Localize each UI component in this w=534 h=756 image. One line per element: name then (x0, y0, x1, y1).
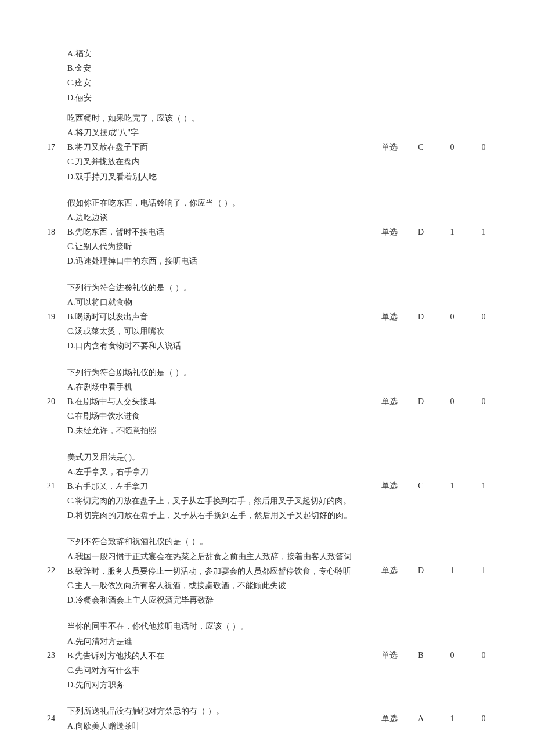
question-number: 22 (35, 566, 67, 575)
option-d: D.迅速处理掉口中的东西，接听电话 (67, 254, 362, 268)
option-c: C.主人一般依次向所有客人祝酒，或按桌敬酒，不能顾此失彼 (67, 578, 362, 593)
option-c: C.先问对方有什么事 (67, 663, 362, 678)
question-row: 21 美式刀叉用法是( )。 A.左手拿叉，右手拿刀 B.右手那叉，左手拿刀 C… (35, 450, 499, 523)
option-b: B.将刀叉放在盘子下面 (67, 140, 362, 154)
option-b: B.先吃东西，暂时不接电话 (67, 225, 362, 239)
question-meta: 单选 D 0 0 (374, 312, 499, 322)
question-row: 23 当你的同事不在，你代他接听电话时，应该（ ）。 A.先问清对方是谁 B.先… (35, 619, 499, 692)
option-c: C.让别人代为接听 (67, 239, 362, 254)
option-d: D.将切完肉的刀放在盘子上，叉子从右手换到左手，然后用叉子叉起切好的肉。 (67, 508, 362, 523)
question-type: 单选 (374, 227, 405, 237)
question-text: 美式刀叉用法是( )。 A.左手拿叉，右手拿刀 B.右手那叉，左手拿刀 C.将切… (67, 450, 374, 523)
question-answer: D (405, 228, 436, 237)
option-a: A.可以将口就食物 (67, 295, 362, 309)
option-a: A.将刀叉摆成"八"字 (67, 125, 362, 140)
question-col2: 1 (468, 566, 499, 575)
option-c: C.汤或菜太烫，可以用嘴吹 (67, 324, 362, 339)
question-col1: 1 (436, 566, 468, 575)
question-meta: 单选 C 1 1 (374, 481, 499, 491)
option-a: A.福安 (67, 46, 499, 61)
option-d: D.俪安 (67, 91, 499, 105)
question-col1: 0 (436, 651, 468, 660)
question-answer: C (405, 143, 436, 152)
question-text: 假如你正在吃东西，电话铃响了，你应当（ ）。 A.边吃边谈 B.先吃东西，暂时不… (67, 196, 374, 269)
question-text: 当你的同事不在，你代他接听电话时，应该（ ）。 A.先问清对方是谁 B.先告诉对… (67, 619, 374, 692)
question-answer: D (405, 397, 436, 406)
question-number: 17 (35, 143, 67, 152)
question-number: 19 (35, 312, 67, 322)
question-col1: 0 (436, 397, 468, 406)
option-a: A.边吃边谈 (67, 210, 362, 225)
option-a: A.向欧美人赠送茶叶 (67, 719, 362, 733)
question-row: 20 下列行为符合剧场礼仪的是（ ）。 A.在剧场中看手机 B.在剧场中与人交头… (35, 365, 499, 438)
question-type: 单选 (374, 650, 405, 661)
question-meta: 单选 C 0 0 (374, 142, 499, 153)
question-type: 单选 (374, 397, 405, 407)
question-col1: 1 (436, 714, 468, 723)
question-type: 单选 (374, 312, 405, 322)
option-b: B.喝汤时可以发出声音 (67, 309, 362, 324)
question-stem: 下列行为符合进餐礼仪的是（ ）。 (67, 280, 362, 295)
question-stem: 假如你正在吃东西，电话铃响了，你应当（ ）。 (67, 196, 362, 210)
option-d: D.口内含有食物时不要和人说话 (67, 339, 362, 353)
question-row: 19 下列行为符合进餐礼仪的是（ ）。 A.可以将口就食物 B.喝汤时可以发出声… (35, 280, 499, 354)
question-col2: 1 (468, 481, 499, 491)
option-a: A.先问清对方是谁 (67, 634, 362, 649)
question-text: 下列行为符合进餐礼仪的是（ ）。 A.可以将口就食物 B.喝汤时可以发出声音 C… (67, 280, 374, 354)
question-stem: 下列行为符合剧场礼仪的是（ ）。 (67, 365, 362, 380)
question-stem: 下列所送礼品没有触犯对方禁忌的有（ ）。 (67, 704, 362, 718)
question-number: 20 (35, 397, 67, 406)
question-number: 24 (35, 714, 67, 723)
option-b: B.右手那叉，左手拿刀 (67, 479, 362, 494)
option-c: C.在剧场中饮水进食 (67, 409, 362, 423)
question-row: 17 吃西餐时，如果吃完了，应该（ ）。 A.将刀叉摆成"八"字 B.将刀叉放在… (35, 111, 499, 184)
option-c: C.将切完肉的刀放在盘子上，叉子从左手换到右手，然后用叉子叉起切好的肉。 (67, 494, 362, 508)
question-answer: A (405, 714, 436, 723)
question-number: 21 (35, 481, 67, 491)
question-meta: 单选 D 1 1 (374, 566, 499, 576)
option-b: B.先告诉对方他找的人不在 (67, 649, 362, 663)
question-col2: 1 (468, 228, 499, 237)
option-a: A.在剧场中看手机 (67, 380, 362, 394)
question-text: 下列不符合致辞和祝酒礼仪的是（ ）。 A.我国一般习惯于正式宴会在热菜之后甜食之… (67, 534, 374, 607)
option-c: C.刀叉并拢放在盘内 (67, 154, 362, 169)
option-c: C.痊安 (67, 75, 499, 90)
question-stem: 当你的同事不在，你代他接听电话时，应该（ ）。 (67, 619, 362, 633)
question-text: 下列所送礼品没有触犯对方禁忌的有（ ）。 A.向欧美人赠送茶叶 (67, 704, 374, 733)
question-col2: 0 (468, 651, 499, 660)
question-stem: 下列不符合致辞和祝酒礼仪的是（ ）。 (67, 534, 362, 549)
question-col2: 0 (468, 397, 499, 406)
question-stem: 吃西餐时，如果吃完了，应该（ ）。 (67, 111, 362, 125)
question-answer: D (405, 312, 436, 322)
option-d: D.冷餐会和酒会上主人应祝酒完毕再致辞 (67, 593, 362, 607)
page-content: A.福安 B.金安 C.痊安 D.俪安 17 吃西餐时，如果吃完了，应该（ ）。… (0, 0, 534, 756)
question-number: 23 (35, 651, 67, 660)
question-type: 单选 (374, 566, 405, 576)
question-stem: 美式刀叉用法是( )。 (67, 450, 362, 465)
option-d: D.双手持刀叉看着别人吃 (67, 170, 362, 184)
question-row: 22 下列不符合致辞和祝酒礼仪的是（ ）。 A.我国一般习惯于正式宴会在热菜之后… (35, 534, 499, 607)
question-meta: 单选 D 0 0 (374, 397, 499, 407)
question-col2: 0 (468, 312, 499, 322)
question-type: 单选 (374, 481, 405, 491)
option-d: D.先问对方职务 (67, 678, 362, 692)
question-col2: 0 (468, 143, 499, 152)
question-col1: 1 (436, 228, 468, 237)
question-col1: 1 (436, 481, 468, 491)
option-b: B.金安 (67, 61, 499, 75)
question-answer: D (405, 566, 436, 575)
question-meta: 单选 B 0 0 (374, 650, 499, 661)
question-col1: 0 (436, 312, 468, 322)
option-d: D.未经允许，不随意拍照 (67, 423, 362, 438)
question-meta: 单选 D 1 1 (374, 227, 499, 237)
option-a: A.我国一般习惯于正式宴会在热菜之后甜食之前由主人致辞，接着由客人致答词 (67, 549, 362, 564)
option-b: B.致辞时，服务人员要停止一切活动，参加宴会的人员都应暂停饮食，专心聆听 (67, 564, 362, 578)
option-b: B.在剧场中与人交头接耳 (67, 394, 362, 409)
option-a: A.左手拿叉，右手拿刀 (67, 465, 362, 479)
question-text: 下列行为符合剧场礼仪的是（ ）。 A.在剧场中看手机 B.在剧场中与人交头接耳 … (67, 365, 374, 438)
question-col1: 0 (436, 143, 468, 152)
question-row: 18 假如你正在吃东西，电话铃响了，你应当（ ）。 A.边吃边谈 B.先吃东西，… (35, 196, 499, 269)
question-row: 24 下列所送礼品没有触犯对方禁忌的有（ ）。 A.向欧美人赠送茶叶 单选 A … (35, 704, 499, 733)
question-meta: 单选 A 1 0 (374, 714, 499, 724)
question-answer: B (405, 651, 436, 660)
